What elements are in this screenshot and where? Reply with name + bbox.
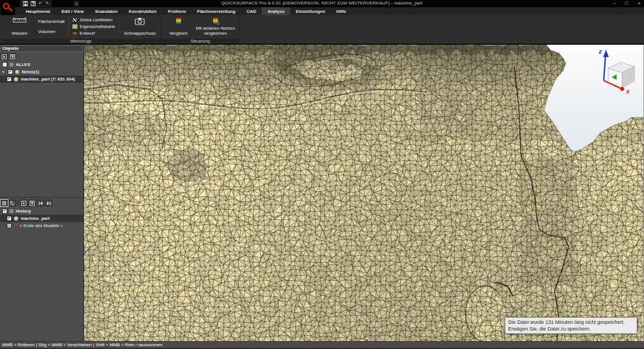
tab-hilfe[interactable]: Hilfe: [331, 7, 352, 15]
history-tree-view-button[interactable]: [9, 200, 16, 206]
messen-button[interactable]: Messen: [3, 16, 36, 37]
history-machine-part-checkbox[interactable]: ✓: [7, 216, 12, 221]
tab-flaechenerstellung[interactable]: Flächenerstellung: [192, 7, 241, 15]
objects-toolbar: [0, 52, 83, 61]
ribbon: Messen Flächeninhalt Volumen Zebra Licht…: [0, 15, 644, 45]
ribbon-separator: [119, 17, 119, 36]
maximize-button[interactable]: □: [625, 0, 628, 7]
flag-icon: ⚑: [13, 223, 18, 228]
status-bar: MMB = Rotieren | Strg + MMB = Verschiebe…: [0, 341, 644, 348]
all-objects-icon: [2, 62, 7, 67]
volumen-button[interactable]: Volumen: [36, 29, 67, 35]
mesh-group-icon: [15, 69, 20, 75]
left-panel: Objekte ALLES ▾ ✓: [0, 45, 84, 341]
list-icon: [9, 62, 14, 67]
skip-to-end-icon[interactable]: [45, 200, 53, 206]
history-label: History: [16, 209, 31, 214]
title-bar: QUICKSURFACE Pro 8.0.61 (DEMOVERSION. NI…: [0, 0, 644, 7]
entwurf-button[interactable]: Entwurf: [70, 30, 117, 36]
undo-icon[interactable]: ↶: [39, 1, 42, 6]
objects-tree: ALLES ▾ ✓ Netze(1) ✓ machine_part (T: 65…: [0, 61, 83, 83]
tab-analyse[interactable]: Analyse: [262, 7, 290, 15]
flaecheninhalt-button[interactable]: Flächeninhalt: [36, 18, 67, 25]
redo-icon[interactable]: ↷: [45, 1, 49, 6]
zebra-label: Zebra Lichtlinien: [80, 17, 113, 22]
isolate-view-button[interactable]: [1, 53, 8, 60]
tree-row-alles[interactable]: ALLES: [0, 61, 83, 68]
draft-analysis-icon: [72, 31, 78, 36]
app-logo-icon[interactable]: [1, 1, 15, 15]
group-label-steuerung: Steuerung: [162, 37, 239, 44]
gear-icon: ⚙: [216, 21, 220, 26]
app-window: QUICKSURFACE Pro 8.0.61 (DEMOVERSION. NI…: [0, 0, 644, 349]
tab-edit-view[interactable]: Edit / View: [56, 7, 89, 15]
mit-anderen-netzen-vergleichen-button[interactable]: ⚙ Mit anderen Netzen vergleichen: [193, 16, 237, 37]
history-toolbar: [0, 199, 83, 207]
tab-konstruktion[interactable]: Konstruktion: [123, 7, 162, 15]
messen-label: Messen: [12, 31, 27, 36]
tree-row-model-end[interactable]: ⚑ < Ende des Modells >: [0, 222, 83, 229]
history-tree: ✓ History ✓ machine_part ⚑ <: [0, 207, 83, 229]
save-icon[interactable]: [23, 1, 28, 6]
unsaved-file-notification: Die Datei wurde 131 Minuten lang nicht g…: [505, 317, 637, 334]
panel-splitter[interactable]: [0, 197, 83, 198]
history-checkbox[interactable]: ✓: [2, 209, 7, 214]
eigenschaftskarte-button[interactable]: Eigenschaftskarte: [70, 23, 117, 30]
toolbar-separator: [18, 200, 18, 206]
tree-row-machine-part[interactable]: ✓ machine_part (T: 651 304): [0, 76, 83, 83]
mesh-icon: [13, 77, 19, 82]
group-label-werkzeuge: Werkzeuge: [1, 37, 160, 44]
close-button[interactable]: ×: [638, 0, 641, 7]
alles-label: ALLES: [16, 62, 30, 67]
schnappschuss-label: Schnappschuss: [124, 31, 155, 36]
zebra-lichtlinien-button[interactable]: Zebra Lichtlinien: [70, 17, 117, 23]
list-icon: [9, 209, 14, 214]
ribbon-group-werkzeuge: Messen Flächeninhalt Volumen Zebra Licht…: [1, 15, 162, 44]
tab-hauptmenu[interactable]: Hauptmenü: [20, 7, 56, 15]
history-play-button[interactable]: [20, 200, 27, 206]
eigenschaftskarte-label: Eigenschaftskarte: [80, 24, 116, 29]
window-title: QUICKSURFACE Pro 8.0.61 (DEMOVERSION. NI…: [0, 1, 644, 6]
notification-line2: Erwägen Sie, die Datei zu speichern.: [508, 326, 634, 332]
chevron-down-icon[interactable]: ▾: [2, 70, 6, 74]
quick-access-toolbar: ↶ ↷: [20, 1, 51, 7]
history-machine-part-label: machine_part: [21, 216, 50, 221]
model-end-label: < Ende des Modells >: [20, 223, 63, 228]
history-list-view-button[interactable]: [1, 200, 8, 206]
flaecheninhalt-label: Flächeninhalt: [38, 19, 65, 24]
entwurf-label: Entwurf: [80, 31, 95, 36]
skip-to-start-icon[interactable]: [37, 200, 44, 206]
zebra-stripes-icon: [72, 17, 78, 22]
tab-einstellungen[interactable]: Einstellungen: [290, 7, 330, 15]
machine-part-checkbox[interactable]: ✓: [7, 77, 12, 82]
model-end-checkbox[interactable]: [7, 223, 12, 228]
ribbon-separator: [68, 17, 69, 36]
tab-cad[interactable]: CAD: [241, 7, 262, 15]
volumen-label: Volumen: [38, 29, 55, 34]
notification-line1: Die Datei wurde 131 Minuten lang nicht g…: [508, 319, 634, 326]
filter-button[interactable]: [9, 53, 16, 60]
history-filter-button[interactable]: [29, 200, 36, 206]
tab-freiform[interactable]: Freiform: [162, 7, 191, 15]
netze-label: Netze(1): [22, 69, 39, 74]
netze-checkbox[interactable]: ✓: [8, 69, 13, 74]
objects-panel-header: Objekte: [1, 45, 83, 52]
mit-anderen-label: Mit anderen Netzen vergleichen: [195, 26, 235, 36]
machine-part-label: machine_part (T: 651 304): [21, 77, 75, 82]
tab-scandaten[interactable]: Scandaten: [89, 7, 123, 15]
mouse-hints: MMB = Rotieren | Strg + MMB = Verschiebe…: [2, 342, 163, 347]
toolbar-options-button[interactable]: ▾: [74, 1, 79, 6]
save-as-icon[interactable]: [31, 1, 36, 6]
compare-colormap-icon: [176, 17, 182, 25]
mesh-icon: [13, 216, 19, 221]
minimize-button[interactable]: −: [613, 0, 615, 7]
camera-icon: [135, 17, 145, 25]
tree-row-netze[interactable]: ▾ ✓ Netze(1): [0, 68, 83, 76]
tree-row-history-machine-part[interactable]: ✓ machine_part: [0, 215, 83, 222]
viewport-3d[interactable]: [84, 45, 643, 341]
tree-row-history[interactable]: ✓ History: [0, 207, 83, 215]
schnappschuss-button[interactable]: Schnappschuss: [121, 16, 159, 37]
history-panel: ✓ History ✓ machine_part ⚑ <: [0, 197, 83, 229]
vergleich-button[interactable]: Vergleich: [163, 16, 193, 37]
ruler-icon: [13, 17, 26, 23]
